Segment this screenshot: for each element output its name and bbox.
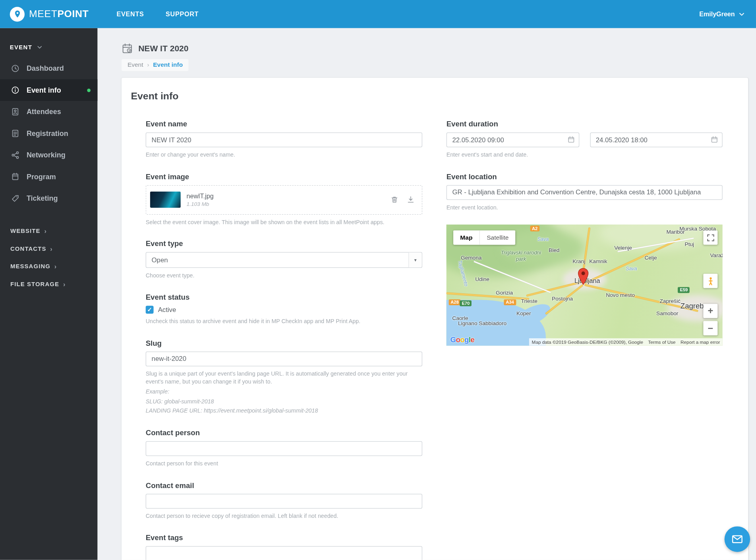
field-help: Contact person for this event <box>146 459 422 468</box>
google-logo[interactable]: Google <box>451 335 474 344</box>
start-date-input[interactable] <box>447 132 579 147</box>
map-town-label: Kranj <box>572 258 585 264</box>
zoom-out-button[interactable]: − <box>703 321 717 335</box>
active-checkbox[interactable]: ✓ <box>146 306 154 314</box>
user-name: EmilyGreen <box>699 10 735 18</box>
active-indicator-dot <box>87 89 91 92</box>
field-help: Select the event cover image. This image… <box>146 218 422 226</box>
event-status-row: ✓ Active <box>146 306 422 314</box>
chat-support-button[interactable] <box>725 526 750 552</box>
location-pin-icon <box>10 7 25 21</box>
map-type-controls: Map Satellite <box>453 231 516 245</box>
field-label: Event type <box>146 240 422 248</box>
sidebar-item-dashboard[interactable]: Dashboard <box>0 58 97 79</box>
event-image-filesize: 1.103 Mb <box>187 201 391 207</box>
map-town-label: Koper <box>516 310 531 316</box>
sidebar-item-attendees[interactable]: Attendees <box>0 101 97 123</box>
calendar-clock-icon <box>122 43 133 54</box>
calendar-icon[interactable] <box>711 136 718 143</box>
sidebar-sections: WEBSITE› CONTACTS› MESSAGING› FILE STORA… <box>0 222 97 293</box>
slug-input[interactable] <box>146 351 422 366</box>
map-town-label: Kamnik <box>589 258 607 264</box>
navbar-menu: EVENTS SUPPORT <box>117 10 199 18</box>
sidebar-item-event-info[interactable]: Event info <box>0 79 97 101</box>
breadcrumb-event-link[interactable]: Event <box>128 62 143 68</box>
map-data-text: Map data ©2019 GeoBasis-DE/BKG (©2009), … <box>532 339 643 345</box>
map-town-label: Postojna <box>552 296 573 302</box>
page-header: NEW IT 2020 <box>122 43 756 54</box>
sidebar-item-contacts[interactable]: CONTACTS› <box>0 240 97 258</box>
map-town-label: Celje <box>644 254 657 260</box>
sidebar-item-label: Ticketing <box>27 194 58 202</box>
field-label: Event status <box>146 293 422 301</box>
field-label: Contact person <box>146 428 422 437</box>
event-image-actions <box>390 196 415 204</box>
map-marker-pin[interactable] <box>577 268 589 285</box>
sidebar-item-registration[interactable]: Registration <box>0 122 97 144</box>
event-type-select[interactable]: Open ▼ <box>146 252 422 268</box>
breadcrumb: Event › Event info <box>122 59 189 71</box>
event-tags-field: Event tags Tags for event <box>146 533 422 560</box>
map-town-label: Trieste <box>521 298 538 304</box>
breadcrumb-current[interactable]: Event info <box>153 62 183 68</box>
contact-person-input[interactable] <box>146 441 422 456</box>
end-date-input[interactable] <box>590 132 723 147</box>
satellite-view-button[interactable]: Satellite <box>480 231 516 245</box>
main-content: NEW IT 2020 Event › Event info Event inf… <box>97 28 756 560</box>
road-shield-badge: A34 <box>504 299 516 305</box>
event-location-input[interactable] <box>447 185 723 200</box>
sidebar-event-header[interactable]: EVENT <box>0 28 97 58</box>
field-label: Event location <box>447 172 723 180</box>
nav-item-support[interactable]: SUPPORT <box>166 10 199 18</box>
delete-image-icon[interactable] <box>390 196 398 204</box>
map-town-label: Maribor <box>666 229 684 235</box>
fullscreen-icon[interactable] <box>703 231 717 245</box>
brand-logo[interactable]: MEETPOINT <box>0 7 97 21</box>
sidebar-item-program[interactable]: Program <box>0 166 97 188</box>
chevron-right-icon: › <box>50 245 52 252</box>
sidebar-item-messaging[interactable]: MESSAGING› <box>0 258 97 275</box>
dashboard-icon <box>11 64 19 73</box>
event-tags-input[interactable] <box>146 546 422 560</box>
sidebar-item-file-storage[interactable]: FILE STORAGE› <box>0 275 97 293</box>
sidebar-item-ticketing[interactable]: Ticketing <box>0 188 97 209</box>
download-image-icon[interactable] <box>406 196 415 204</box>
sidebar-item-label: Networking <box>27 151 66 159</box>
sidebar-item-website[interactable]: WEBSITE› <box>0 222 97 240</box>
map-town-label: Zagreb <box>681 302 704 310</box>
pegman-icon[interactable] <box>703 274 717 288</box>
event-duration-field: Event duration <box>447 120 723 159</box>
sidebar-item-label: Event info <box>27 86 61 94</box>
sidebar-section-label: CONTACTS <box>10 245 46 252</box>
map-view-button[interactable]: Map <box>453 231 480 245</box>
map-town-label: Varaž <box>710 252 722 258</box>
field-label: Event name <box>146 120 422 128</box>
google-logo-letter: o <box>456 335 460 344</box>
field-label: Event duration <box>447 120 723 128</box>
map-town-label: Tagliamento <box>457 260 469 287</box>
sidebar-section-label: FILE STORAGE <box>10 281 59 287</box>
user-menu[interactable]: EmilyGreen <box>699 10 756 18</box>
google-logo-letter: o <box>460 335 464 344</box>
sidebar-item-label: Dashboard <box>27 64 64 72</box>
networking-share-icon <box>11 151 19 159</box>
event-type-selected-value: Open <box>152 256 168 264</box>
chevron-right-icon: › <box>44 227 46 235</box>
terms-of-use-link[interactable]: Terms of Use <box>648 339 675 345</box>
event-name-input[interactable] <box>146 132 422 147</box>
google-logo-letter: g <box>464 335 469 344</box>
dropdown-caret-icon: ▼ <box>408 253 422 267</box>
chevron-down-icon <box>37 46 42 48</box>
registration-list-icon <box>11 129 19 138</box>
zoom-in-button[interactable]: + <box>703 304 717 318</box>
google-map[interactable]: Murska SobotaMariborPtujVaražVelenjeCelj… <box>447 225 723 346</box>
sidebar-item-networking[interactable]: Networking <box>0 144 97 166</box>
event-type-field: Event type Open ▼ Choose event type. <box>146 240 422 280</box>
contact-email-input[interactable] <box>146 494 422 508</box>
report-map-error-link[interactable]: Report a map error <box>681 339 720 345</box>
calendar-icon[interactable] <box>567 136 575 143</box>
nav-item-events[interactable]: EVENTS <box>117 10 144 18</box>
map-town-label: Lignano Sabbiadoro <box>458 320 507 326</box>
contact-person-field: Contact person Contact person for this e… <box>146 428 422 468</box>
event-image-upload-box[interactable]: newIT.jpg 1.103 Mb <box>146 185 422 214</box>
